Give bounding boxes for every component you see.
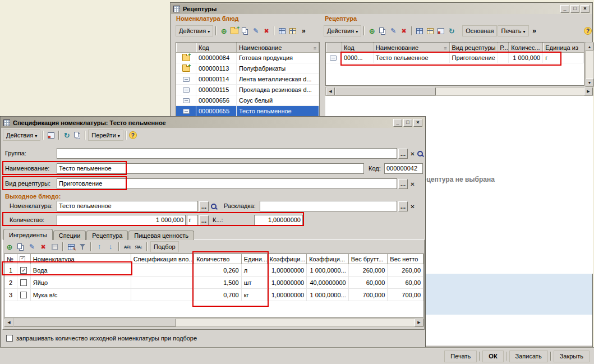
show-in-list-icon[interactable]: [46, 130, 56, 140]
row-checkbox[interactable]: [20, 292, 27, 298]
print-button[interactable]: Печать: [444, 351, 477, 362]
scroll-down-icon[interactable]: ▼: [586, 79, 593, 86]
copy-icon[interactable]: [377, 26, 388, 36]
column-header-7[interactable]: Коэффици...: [307, 254, 349, 264]
delete-icon[interactable]: [261, 26, 271, 36]
edit-row-icon[interactable]: [27, 242, 37, 252]
scroll-left-icon[interactable]: ◀: [326, 87, 335, 95]
recipe-type-field[interactable]: Приготовление: [57, 178, 397, 189]
table-row[interactable]: 000000113Полуфабрикаты: [176, 63, 319, 74]
copy-icon[interactable]: [240, 26, 250, 36]
delete-row-icon[interactable]: [38, 242, 48, 252]
column-header-code[interactable]: Код: [196, 43, 237, 53]
print-button[interactable]: Печать: [498, 25, 528, 36]
refresh-icon[interactable]: [446, 26, 457, 36]
list-view-icon[interactable]: [277, 26, 287, 36]
column-header-icon[interactable]: [176, 43, 196, 53]
column-header-name[interactable]: Наименование: [374, 43, 450, 53]
column-header-quantity[interactable]: Количес...: [509, 43, 543, 53]
pick-button[interactable]: Подбор: [150, 241, 179, 252]
column-header-r[interactable]: Р...: [498, 43, 509, 53]
hierarchy-view-icon[interactable]: [288, 26, 298, 36]
edit-icon[interactable]: [388, 26, 398, 36]
minimize-button[interactable]: _: [560, 5, 569, 13]
prompt-checkbox[interactable]: [6, 335, 13, 342]
group-open-button[interactable]: [416, 149, 425, 159]
recipe-table-hscrollbar[interactable]: ◀ ▶: [325, 87, 593, 96]
quantity-field[interactable]: 1 000,000: [57, 215, 186, 225]
recipe-type-select-button[interactable]: [398, 179, 408, 189]
help-icon[interactable]: [129, 131, 137, 139]
layout-clear-button[interactable]: [408, 201, 417, 211]
coefficient-field[interactable]: 1,00000000: [254, 215, 303, 225]
quantity-unit-field[interactable]: г: [187, 215, 198, 225]
close-button[interactable]: ×: [581, 5, 590, 13]
recipe-type-clear-button[interactable]: [408, 179, 417, 189]
maximize-button[interactable]: □: [570, 5, 579, 13]
toolbar-overflow-icon[interactable]: [298, 26, 308, 36]
filter-icon[interactable]: [77, 242, 88, 252]
sort-desc-icon[interactable]: [133, 242, 144, 252]
code-field[interactable]: 000000042: [384, 163, 423, 174]
column-header-3[interactable]: Спецификация вло...: [131, 254, 194, 264]
column-header-5[interactable]: Едини...: [242, 254, 268, 264]
row-checkbox[interactable]: [20, 279, 27, 286]
minimize-button[interactable]: _: [393, 119, 402, 127]
layout-select-button[interactable]: [398, 201, 408, 211]
save-button[interactable]: Записать: [509, 351, 548, 362]
column-header-name[interactable]: Наименование: [237, 43, 319, 53]
tab-1[interactable]: Специи: [53, 231, 86, 240]
column-header-2[interactable]: Номенклатура: [31, 254, 131, 264]
close-button[interactable]: Закрыть: [554, 351, 590, 362]
nomenclature-select-button[interactable]: [199, 201, 209, 211]
copy-icon[interactable]: [72, 130, 82, 140]
tab-3[interactable]: Пищевая ценность: [128, 231, 194, 240]
column-header-icon[interactable]: [326, 43, 342, 53]
copy-row-icon[interactable]: [16, 242, 26, 252]
ingredient-row[interactable]: 2Яйцо1,500шт1,0000000040,0000000060,0006…: [4, 277, 423, 289]
help-icon[interactable]: [584, 27, 592, 35]
add-group-icon[interactable]: [229, 26, 240, 36]
layout-field[interactable]: [260, 201, 397, 211]
goto-button[interactable]: Перейти: [88, 130, 123, 141]
column-header-4[interactable]: Количество: [194, 254, 242, 264]
column-header-code[interactable]: Код: [342, 43, 374, 53]
open-item-icon[interactable]: [436, 26, 446, 36]
move-up-icon[interactable]: [94, 242, 104, 252]
name-field[interactable]: Тесто пельменное: [57, 163, 364, 174]
reread-icon[interactable]: [62, 130, 72, 140]
column-header-0[interactable]: №: [4, 254, 17, 264]
scroll-right-icon[interactable]: ▶: [584, 87, 593, 95]
table-row[interactable]: 000000114Лента металлическая d...: [176, 74, 319, 85]
table-row[interactable]: 000000655Тесто пельменное: [176, 106, 319, 117]
add-icon[interactable]: [367, 26, 377, 36]
recipe-table-vscrollbar[interactable]: ▲ ▼: [585, 42, 594, 87]
column-header-1[interactable]: [17, 254, 31, 264]
add-row-icon[interactable]: [4, 242, 15, 252]
column-header-unit[interactable]: Единица из: [543, 43, 584, 53]
ingredient-row[interactable]: 3Мука в/с0,700кг1,000000001 000,0000...7…: [4, 289, 423, 301]
row-checkbox[interactable]: [20, 267, 27, 274]
scrollbar-thumb[interactable]: [13, 319, 176, 326]
ok-button[interactable]: ОК: [482, 351, 503, 362]
main-form-button[interactable]: Основная: [462, 25, 497, 36]
unit-select-button[interactable]: [199, 215, 209, 225]
nomenclature-open-button[interactable]: [209, 201, 219, 211]
table-row[interactable]: 0000...Тесто пельменноеПриготовление1 00…: [326, 53, 584, 63]
table-row[interactable]: 000000084Готовая продукция: [176, 53, 319, 63]
table-row[interactable]: 000000115Прокладка резиновая d...: [176, 85, 319, 95]
scroll-left-icon[interactable]: ◀: [4, 319, 13, 326]
table-row[interactable]: 000000656Соус белый: [176, 95, 319, 106]
actions-button[interactable]: Действия: [176, 25, 213, 36]
actions-button[interactable]: Действия: [3, 130, 40, 141]
move-down-icon[interactable]: [105, 242, 116, 252]
scrollbar-thumb[interactable]: [335, 87, 436, 95]
hierarchy-view-icon[interactable]: [425, 26, 435, 36]
maximize-button[interactable]: □: [403, 119, 412, 127]
ingredient-row[interactable]: 1Вода0,260л1,000000001 000,0000...260,00…: [4, 264, 423, 277]
scroll-up-icon[interactable]: ▲: [586, 43, 593, 50]
scroll-right-icon[interactable]: ▶: [415, 319, 423, 326]
column-header-8[interactable]: Вес брутт...: [349, 254, 388, 264]
actions-button[interactable]: Действия: [324, 25, 361, 36]
close-button[interactable]: ×: [413, 119, 422, 127]
